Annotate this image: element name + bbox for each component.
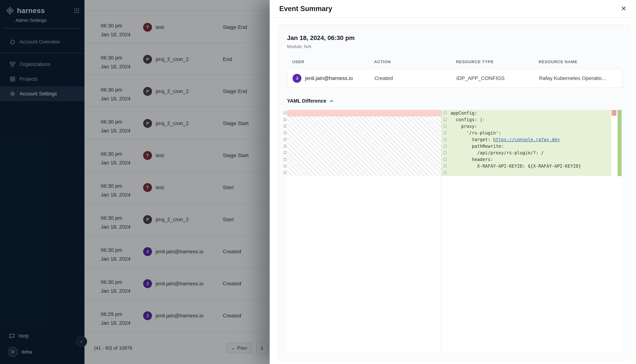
event-summary-modal: Event Summary ✕ Jan 18, 2024, 06:30 pm M…: [270, 0, 636, 364]
empty-region-hatch: [287, 116, 441, 176]
yaml-line: appConfig:: [451, 110, 611, 116]
column-header-resource-name: RESOURCE NAME: [539, 60, 617, 64]
added-lines-block: appConfig: configs: |- proxy: '/rs-plugi…: [442, 110, 611, 176]
diff-original-pane: [287, 110, 441, 352]
event-detail-card: Jan 18, 2024, 06:30 pm Module: N/A USER …: [279, 24, 631, 360]
event-table-row: J jenil.jain@harness.io Created IDP_APP_…: [287, 69, 622, 88]
yaml-line: X-RAFAY-API-KEYID: ${X-RAFAY-API-KEYID}: [451, 163, 611, 170]
event-resource-type: IDP_APP_CONFIGS: [456, 75, 539, 81]
column-header-resource-type: RESOURCE TYPE: [456, 60, 539, 64]
modal-title: Event Summary: [279, 5, 332, 13]
yaml-diff-editor[interactable]: appConfig: configs: |- proxy: '/rs-plugi…: [287, 110, 622, 352]
yaml-line: target: https://console.rafay.dev: [451, 136, 611, 143]
event-user: jenil.jain@harness.io: [305, 75, 353, 81]
event-resource-name: Rafay Kubernetes Operatio...: [539, 75, 617, 81]
event-action: Created: [374, 75, 456, 81]
column-header-user: USER: [292, 60, 374, 64]
overview-ruler-added: [617, 110, 622, 176]
event-table: USER ACTION RESOURCE TYPE RESOURCE NAME …: [287, 60, 622, 88]
yaml-line: proxy:: [451, 123, 611, 130]
event-datetime: Jan 18, 2024, 06:30 pm: [287, 34, 622, 42]
removed-line: [287, 110, 441, 116]
yaml-difference-label: YAML Difference: [287, 98, 326, 104]
avatar: J: [293, 74, 301, 83]
event-module: Module: N/A: [287, 44, 622, 49]
column-header-action: ACTION: [374, 60, 456, 64]
yaml-url-link[interactable]: https://console.rafay.dev: [493, 137, 560, 142]
yaml-line: pathRewrite:: [451, 143, 611, 150]
chevron-up-icon[interactable]: [329, 100, 334, 102]
yaml-line-empty: [451, 170, 611, 176]
overview-ruler-removed: [612, 110, 616, 116]
yaml-line: configs: |-: [451, 116, 611, 123]
yaml-line: /api/proxy/rs-plugin/?: /: [451, 150, 611, 156]
yaml-line: '/rs-plugin':: [451, 130, 611, 136]
diff-modified-pane: appConfig: configs: |- proxy: '/rs-plugi…: [441, 110, 622, 352]
yaml-line: headers:: [451, 156, 611, 163]
close-icon[interactable]: ✕: [621, 5, 626, 12]
